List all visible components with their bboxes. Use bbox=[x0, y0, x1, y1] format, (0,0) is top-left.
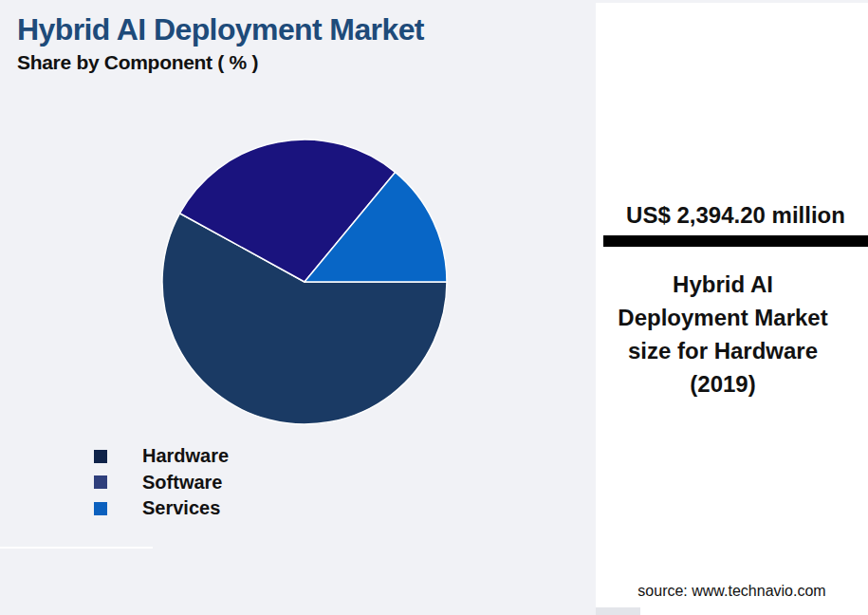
panel-corner-shadow bbox=[596, 607, 640, 615]
legend-label: Software bbox=[142, 472, 222, 494]
caption-line: (2019) bbox=[596, 367, 850, 401]
legend-swatch-hardware bbox=[94, 450, 107, 463]
divider-line bbox=[0, 547, 153, 549]
legend-label: Services bbox=[142, 497, 220, 519]
pie-chart-container bbox=[161, 139, 448, 425]
legend-item-services: Services bbox=[94, 495, 229, 522]
infographic-canvas: Hybrid AI Deployment Market Share by Com… bbox=[0, 0, 868, 615]
pie-chart bbox=[161, 139, 448, 425]
chart-header: Hybrid AI Deployment Market Share by Com… bbox=[17, 10, 424, 75]
market-size-caption: Hybrid AI Deployment Market size for Har… bbox=[596, 268, 850, 401]
legend-swatch-software bbox=[94, 475, 107, 489]
divider-bar bbox=[603, 235, 868, 247]
caption-line: Deployment Market bbox=[596, 301, 850, 334]
caption-line: size for Hardware bbox=[596, 334, 850, 367]
page-subtitle: Share by Component ( % ) bbox=[17, 50, 424, 75]
highlight-panel: US$ 2,394.20 million Hybrid AI Deploymen… bbox=[596, 3, 868, 615]
chart-legend: Hardware Software Services bbox=[94, 443, 229, 522]
legend-item-software: Software bbox=[94, 470, 229, 496]
legend-swatch-services bbox=[94, 502, 107, 515]
legend-item-hardware: Hardware bbox=[94, 443, 229, 470]
legend-label: Hardware bbox=[142, 445, 229, 467]
market-size-value: US$ 2,394.20 million bbox=[603, 201, 868, 230]
source-attribution: source: www.technavio.com bbox=[596, 583, 868, 600]
caption-line: Hybrid AI bbox=[596, 268, 850, 301]
page-title: Hybrid AI Deployment Market bbox=[17, 10, 424, 48]
